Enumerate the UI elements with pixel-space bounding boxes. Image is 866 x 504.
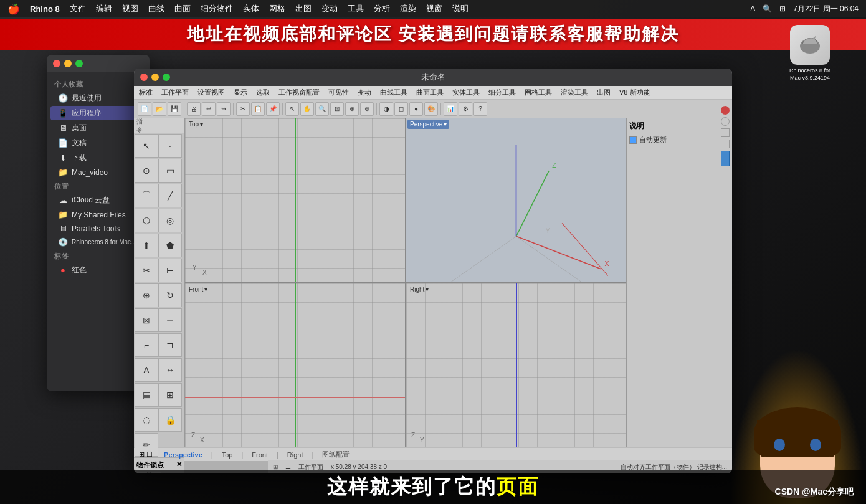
menu-curve[interactable]: 曲线 — [148, 3, 164, 14]
tool-scale-btn[interactable]: ⊠ — [135, 308, 158, 332]
viewport-front[interactable]: Front ▾ Z X — [185, 283, 405, 447]
toolbar-cut[interactable]: ✂ — [236, 102, 250, 116]
toolbar-paste[interactable]: 📌 — [266, 102, 280, 116]
menu-mesh[interactable]: 网格 — [269, 3, 285, 14]
toolbar-redo[interactable]: ↪ — [217, 102, 231, 116]
tab-subdivtools[interactable]: 细分工具 — [488, 88, 516, 97]
menu-viewport[interactable]: 视窗 — [426, 3, 442, 14]
tool-hatch-btn[interactable]: ▤ — [135, 383, 158, 407]
tab-display[interactable]: 显示 — [234, 88, 247, 97]
finder-item-downloads[interactable]: ⬇ 下载 — [50, 151, 146, 165]
viewport-perspective[interactable]: Perspective ▾ — [406, 118, 626, 282]
swatch-red[interactable] — [721, 106, 730, 115]
tool-box-btn[interactable]: ⬡ — [135, 209, 158, 232]
rhino-app-icon[interactable] — [790, 25, 830, 65]
input-method-indicator[interactable]: A — [750, 4, 755, 13]
vp-tab-perspective[interactable]: Perspective — [158, 450, 209, 460]
finder-item-rhinoceros-disk[interactable]: 💿 Rhinoceros 8 for Mac... — [50, 235, 146, 249]
toolbar-render[interactable]: ● — [409, 102, 423, 116]
finder-item-recent[interactable]: 🕐 最近使用 — [50, 91, 146, 105]
tab-rendertools[interactable]: 渲染工具 — [561, 88, 588, 97]
tool-rotate-btn[interactable]: ↻ — [158, 283, 182, 307]
swatch-square-2[interactable] — [721, 140, 730, 148]
tab-meshtools[interactable]: 网格工具 — [525, 88, 552, 97]
tool-split-btn[interactable]: ⊢ — [158, 259, 182, 282]
tool-extrude-btn[interactable]: ⬆ — [135, 234, 158, 257]
toolbar-zoom-out[interactable]: ⊖ — [360, 102, 374, 116]
menu-analysis[interactable]: 分析 — [374, 3, 390, 14]
toolbar-layer[interactable]: 📊 — [444, 102, 457, 116]
toolbar-zoom-ext[interactable]: 🔍 — [315, 102, 329, 116]
tool-point-btn[interactable]: · — [158, 134, 182, 158]
tool-fillet-btn[interactable]: ⌐ — [135, 333, 158, 357]
tool-line-btn[interactable]: ╱ — [158, 184, 182, 207]
vp-tab-top[interactable]: Top — [216, 450, 239, 460]
finder-item-macvideo[interactable]: 📁 Mac_video — [50, 166, 146, 179]
tool-select-btn[interactable]: ↖ — [135, 134, 158, 158]
tab-surfacetools[interactable]: 曲面工具 — [416, 88, 444, 97]
tool-trim-btn[interactable]: ✂ — [135, 259, 158, 282]
rhino-desktop-icon[interactable]: Rhinoceros 8 forMac v8.9.24194 — [785, 25, 835, 82]
menu-edit[interactable]: 编辑 — [96, 3, 112, 14]
toolbar-print[interactable]: 🖨 — [187, 102, 201, 116]
finder-item-desktop[interactable]: 🖥 桌面 — [50, 121, 146, 135]
menu-print[interactable]: 出图 — [295, 3, 312, 14]
vp-tab-front[interactable]: Front — [245, 450, 274, 460]
viewport-right-label[interactable]: Right ▾ — [407, 285, 431, 294]
menu-help[interactable]: 说明 — [452, 3, 469, 14]
tool-arc-btn[interactable]: ⌒ — [135, 184, 158, 207]
toolbar-shade[interactable]: ◑ — [379, 102, 393, 116]
tab-curvetools[interactable]: 曲线工具 — [380, 88, 407, 97]
viewport-top[interactable]: Top ▾ Y X — [185, 118, 405, 282]
finder-item-shared[interactable]: 📁 My Shared Files — [50, 208, 146, 221]
finder-item-tag-red[interactable]: ● 红色 — [50, 263, 146, 277]
window-maximize-button[interactable] — [75, 60, 83, 67]
tool-rect-btn[interactable]: ▭ — [158, 159, 182, 183]
swatch-blue[interactable] — [721, 151, 730, 166]
menu-surface[interactable]: 曲面 — [174, 3, 191, 14]
finder-item-documents[interactable]: 📄 文稿 — [50, 136, 146, 150]
tool-hide-btn[interactable]: ◌ — [135, 408, 158, 432]
tool-sphere-btn[interactable]: ◎ — [158, 209, 182, 232]
tool-offset-btn[interactable]: ⊐ — [158, 333, 182, 357]
viewport-top-label[interactable]: Top ▾ — [186, 120, 206, 129]
toolbar-properties[interactable]: ⚙ — [459, 102, 472, 116]
tab-solidtools[interactable]: 实体工具 — [452, 88, 480, 97]
tool-lock-btn[interactable]: 🔒 — [158, 408, 182, 432]
control-center-icon[interactable]: ⊞ — [779, 4, 786, 13]
tool-group-btn[interactable]: ⊞ — [158, 383, 182, 407]
toolbar-undo[interactable]: ↩ — [202, 102, 216, 116]
rhino-maximize-button[interactable] — [163, 74, 170, 81]
tool-mirror-btn[interactable]: ⊣ — [158, 308, 182, 332]
menu-render[interactable]: 渲染 — [400, 3, 416, 14]
tab-setview[interactable]: 设置视图 — [197, 88, 225, 97]
finder-item-icloud[interactable]: ☁ iCloud 云盘 — [50, 193, 146, 207]
tool-move-btn[interactable]: ⊕ — [135, 283, 158, 307]
menu-tools[interactable]: 工具 — [348, 3, 364, 14]
tool-dim-btn[interactable]: ↔ — [158, 358, 182, 382]
tab-workplane[interactable]: 工作平面 — [161, 88, 189, 97]
tool-loft-btn[interactable]: ⬟ — [158, 234, 182, 257]
menu-transform[interactable]: 变动 — [321, 3, 338, 14]
vp-tab-layout[interactable]: 图纸配置 — [316, 449, 356, 460]
tab-transform[interactable]: 变动 — [358, 88, 371, 97]
auto-update-checkbox[interactable] — [629, 136, 637, 144]
swatch-gray[interactable] — [721, 117, 730, 126]
tab-standard[interactable]: 标准 — [139, 88, 153, 97]
toolbar-wire[interactable]: ◻ — [394, 102, 408, 116]
menu-view[interactable]: 视图 — [122, 3, 138, 14]
tab-v8new[interactable]: V8 新功能 — [619, 88, 650, 97]
snap-panel-close[interactable]: ✕ — [176, 460, 182, 470]
menu-solid[interactable]: 实体 — [243, 3, 259, 14]
toolbar-pan[interactable]: ✋ — [300, 102, 314, 116]
tool-circle-btn[interactable]: ⊙ — [135, 159, 158, 183]
toolbar-zoom-win[interactable]: ⊡ — [330, 102, 344, 116]
finder-item-parallels[interactable]: 🖥 Parallels Tools — [50, 222, 146, 235]
tab-visibility[interactable]: 可见性 — [328, 88, 349, 97]
rhino-close-button[interactable] — [140, 74, 148, 81]
rhino-minimize-button[interactable] — [151, 74, 159, 81]
tool-annotate-btn[interactable]: A — [135, 358, 158, 382]
toolbar-save[interactable]: 💾 — [168, 102, 181, 116]
toolbar-copy[interactable]: 📋 — [251, 102, 265, 116]
toolbar-zoom-in[interactable]: ⊕ — [345, 102, 359, 116]
